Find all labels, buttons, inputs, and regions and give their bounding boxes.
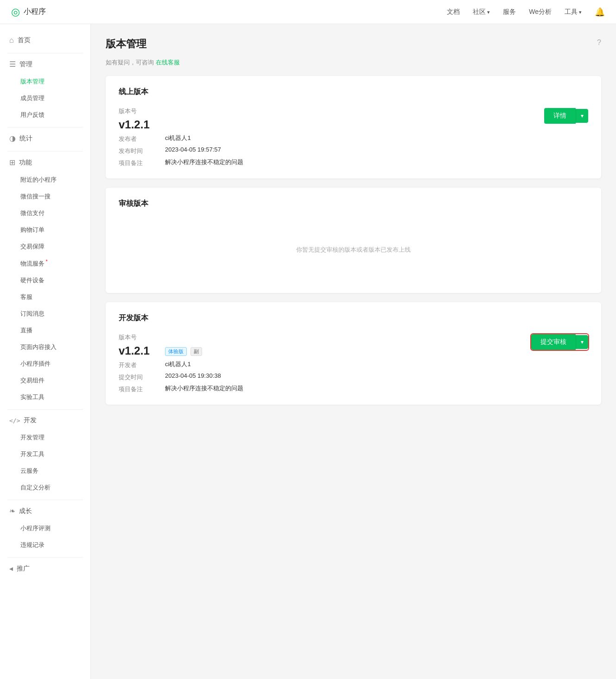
dev-developer-value: ci机器人1 <box>165 360 531 369</box>
sidebar-item-dev-tools[interactable]: 开发工具 <box>0 446 90 463</box>
submit-review-button[interactable]: 提交审核 <box>531 334 576 350</box>
sidebar-develop-label: 开发 <box>24 416 37 425</box>
dev-remark-label: 项目备注 <box>119 384 165 393</box>
promotion-icon: ◂ <box>9 564 13 573</box>
dev-submit-time-label: 提交时间 <box>119 372 165 381</box>
online-publish-time-value: 2023-04-05 19:57:57 <box>165 146 544 155</box>
features-icon: ⊞ <box>9 158 15 167</box>
sidebar-manage-label: 管理 <box>19 60 32 69</box>
sidebar-item-member-manage[interactable]: 成员管理 <box>0 90 90 107</box>
sidebar-item-hardware[interactable]: 硬件设备 <box>0 272 90 289</box>
online-publish-time-label: 发布时间 <box>119 146 165 155</box>
sidebar-item-version-manage[interactable]: 版本管理 <box>0 73 90 90</box>
sidebar-header-home[interactable]: ⌂ 首页 <box>0 32 90 49</box>
home-icon: ⌂ <box>9 36 14 44</box>
sidebar-item-logistics[interactable]: 物流服务 * <box>0 255 90 272</box>
sidebar-home-label: 首页 <box>18 36 31 44</box>
sidebar-header-features: ⊞ 功能 <box>0 153 90 171</box>
dev-version-title: 开发版本 <box>119 313 588 323</box>
logo-icon: ◎ <box>11 6 20 18</box>
app-title: 小程序 <box>24 7 46 17</box>
stats-icon: ◑ <box>9 134 16 143</box>
online-version-actions: 详情 ▾ <box>544 106 588 124</box>
review-empty-hint: 你暂无提交审核的版本或者版本已发布上线 <box>119 218 588 282</box>
sidebar-section-growth: ❧ 成长 小程序评测 违规记录 <box>0 502 90 553</box>
top-nav-links: 文档 社区 服务 We分析 工具 🔔 <box>447 7 605 17</box>
main-layout: ⌂ 首页 ☰ 管理 版本管理 成员管理 用户反馈 ◑ 统计 <box>0 24 616 679</box>
online-remark-value: 解决小程序连接不稳定的问题 <box>165 158 544 167</box>
sidebar-growth-label: 成长 <box>19 507 32 515</box>
sidebar-section-manage: ☰ 管理 版本管理 成员管理 用户反馈 <box>0 55 90 123</box>
divider-2 <box>7 127 83 127</box>
nav-docs[interactable]: 文档 <box>447 8 460 16</box>
sidebar-header-promotion[interactable]: ◂ 推广 <box>0 559 90 577</box>
online-support-link[interactable]: 在线客服 <box>156 59 180 66</box>
dev-version-actions: 提交审核 ▾ <box>531 332 588 350</box>
dev-version-info: 版本号 v1.2.1 体验版 副 开发者 ci机器人1 提交时间 2023-04… <box>119 332 531 393</box>
sidebar-item-user-feedback[interactable]: 用户反馈 <box>0 107 90 123</box>
sidebar-item-custom-analytics[interactable]: 自定义分析 <box>0 479 90 496</box>
nav-service[interactable]: 服务 <box>503 8 516 16</box>
online-version-title: 线上版本 <box>119 87 588 97</box>
online-version-card: 线上版本 版本号 v1.2.1 发布者 ci机器人1 发布时间 2023-04-… <box>106 76 601 178</box>
online-version-meta: 版本号 v1.2.1 发布者 ci机器人1 发布时间 2023-04-05 19… <box>119 106 544 167</box>
sidebar: ⌂ 首页 ☰ 管理 版本管理 成员管理 用户反馈 ◑ 统计 <box>0 24 91 679</box>
submit-arrow-button[interactable]: ▾ <box>576 335 588 349</box>
sidebar-item-violation-records[interactable]: 违规记录 <box>0 537 90 553</box>
online-publisher-value: ci机器人1 <box>165 134 544 143</box>
dev-developer-label: 开发者 <box>119 360 165 369</box>
sidebar-item-nearby[interactable]: 附近的小程序 <box>0 171 90 188</box>
detail-arrow-button[interactable]: ▾ <box>576 109 588 123</box>
growth-icon: ❧ <box>9 507 15 515</box>
top-nav: ◎ 小程序 文档 社区 服务 We分析 工具 🔔 <box>0 0 616 24</box>
online-version-info: 版本号 v1.2.1 发布者 ci机器人1 发布时间 2023-04-05 19… <box>119 106 544 167</box>
sidebar-section-promotion: ◂ 推广 <box>0 559 90 577</box>
sidebar-item-customer-service[interactable]: 客服 <box>0 289 90 305</box>
online-version-label: 版本号 <box>119 106 165 115</box>
page-title: 版本管理 <box>106 37 146 51</box>
tag-experience[interactable]: 体验版 <box>165 347 187 356</box>
manage-icon: ☰ <box>9 60 16 69</box>
sidebar-item-live[interactable]: 直播 <box>0 322 90 339</box>
dev-version-number: v1.2.1 <box>119 344 165 357</box>
dev-version-label: 版本号 <box>119 332 165 342</box>
dev-submit-time-value: 2023-04-05 19:30:38 <box>165 372 531 381</box>
tag-copy[interactable]: 副 <box>191 347 202 356</box>
sidebar-header-stats[interactable]: ◑ 统计 <box>0 129 90 147</box>
nav-weanalysis[interactable]: We分析 <box>529 8 552 16</box>
sidebar-item-subscribe-msg[interactable]: 订阅消息 <box>0 305 90 322</box>
sidebar-header-manage: ☰ 管理 <box>0 55 90 73</box>
sidebar-item-miniapp-review[interactable]: 小程序评测 <box>0 520 90 537</box>
sidebar-item-weixin-search[interactable]: 微信搜一搜 <box>0 188 90 205</box>
notification-bell-icon[interactable]: 🔔 <box>595 7 605 17</box>
dev-version-tags: 体验版 副 <box>165 347 531 357</box>
sidebar-section-stats: ◑ 统计 <box>0 129 90 147</box>
sidebar-section-develop: </> 开发 开发管理 开发工具 云服务 自定义分析 <box>0 412 90 496</box>
sidebar-item-orders[interactable]: 购物订单 <box>0 222 90 238</box>
online-remark-label: 项目备注 <box>119 158 165 167</box>
sidebar-item-plugin[interactable]: 小程序插件 <box>0 355 90 372</box>
sidebar-item-experiment-tools[interactable]: 实验工具 <box>0 389 90 406</box>
dev-remark-value: 解决小程序连接不稳定的问题 <box>165 384 531 393</box>
sidebar-item-cloud-service[interactable]: 云服务 <box>0 463 90 479</box>
nav-tools[interactable]: 工具 <box>565 8 582 16</box>
sidebar-item-dev-manage[interactable]: 开发管理 <box>0 429 90 446</box>
sidebar-item-trade-component[interactable]: 交易组件 <box>0 372 90 389</box>
develop-icon: </> <box>9 417 20 424</box>
detail-button[interactable]: 详情 <box>544 108 576 124</box>
divider-1 <box>7 53 83 53</box>
sidebar-section-features: ⊞ 功能 附近的小程序 微信搜一搜 微信支付 购物订单 交易保障 物流服务 * … <box>0 153 90 406</box>
sidebar-item-trade-security[interactable]: 交易保障 <box>0 238 90 255</box>
sidebar-item-weixin-pay[interactable]: 微信支付 <box>0 205 90 222</box>
sidebar-item-page-content[interactable]: 页面内容接入 <box>0 339 90 355</box>
sidebar-header-develop: </> 开发 <box>0 412 90 429</box>
online-version-number: v1.2.1 <box>119 118 165 131</box>
page-hint: 如有疑问，可咨询 在线客服 <box>106 58 601 67</box>
nav-community[interactable]: 社区 <box>473 8 490 16</box>
divider-3 <box>7 151 83 152</box>
divider-5 <box>7 500 83 500</box>
help-icon[interactable]: ? <box>597 38 601 47</box>
divider-6 <box>7 557 83 558</box>
main-content: 版本管理 ? 如有疑问，可咨询 在线客服 线上版本 版本号 v1.2.1 发布者… <box>91 24 616 679</box>
logistics-badge: * <box>44 259 48 264</box>
